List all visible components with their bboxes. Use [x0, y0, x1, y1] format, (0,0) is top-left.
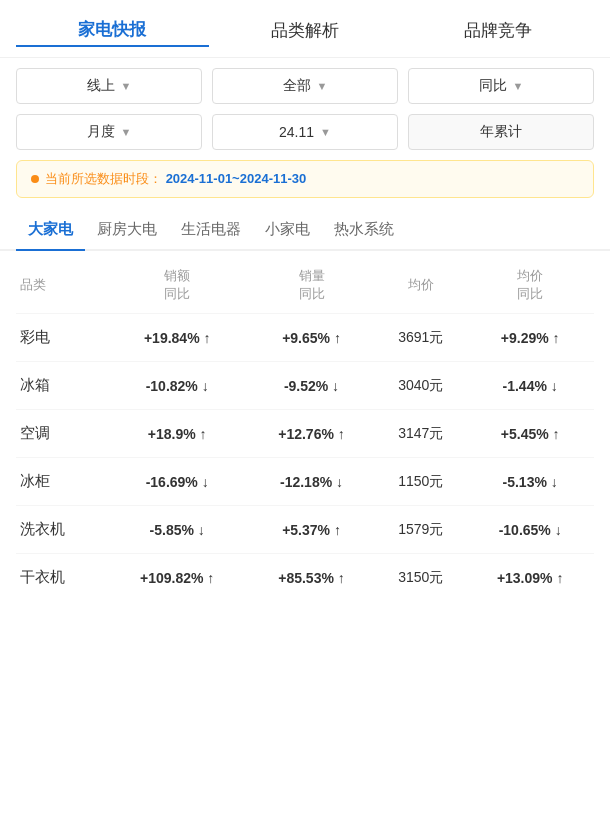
date-banner: 当前所选数据时段： 2024-11-01~2024-11-30 [16, 160, 594, 198]
cell-sales-amount-yoy-xiyiji: -5.85% [107, 506, 248, 554]
table-head: 品类销额 同比销量 同比均价均价 同比 [16, 257, 594, 314]
filter-cumulative: 年累计 [408, 114, 594, 150]
filter-scope[interactable]: 全部▼ [212, 68, 398, 104]
data-table: 品类销额 同比销量 同比均价均价 同比 彩电+19.84%+9.65%3691元… [16, 257, 594, 601]
dropdown-arrow-icon: ▼ [121, 126, 132, 138]
cell-avg-price-binggui: 1150元 [375, 458, 466, 506]
filter-row-1: 线上▼全部▼同比▼ [16, 68, 594, 104]
nav-item-pinlei-jiexi[interactable]: 品类解析 [209, 15, 402, 46]
filter-area: 线上▼全部▼同比▼ 月度▼24.11▼年累计 [0, 58, 610, 150]
cell-category-bingxiang: 冰箱 [16, 362, 107, 410]
cat-tab-shenghuo-dianqi[interactable]: 生活电器 [169, 210, 253, 249]
cell-sales-volume-yoy-caidian: +9.65% [248, 314, 376, 362]
cell-sales-amount-yoy-binggui: -16.69% [107, 458, 248, 506]
cell-sales-amount-yoy-caidian: +19.84% [107, 314, 248, 362]
cell-sales-amount-yoy-ganyiji: +109.82% [107, 554, 248, 602]
cell-sales-volume-yoy-kongtiao: +12.76% [248, 410, 376, 458]
cell-sales-volume-yoy-xiyiji: +5.37% [248, 506, 376, 554]
cell-avg-price-yoy-xiyiji: -10.65% [466, 506, 594, 554]
dropdown-arrow-icon: ▼ [320, 126, 331, 138]
cat-tab-chufang-da[interactable]: 厨房大电 [85, 210, 169, 249]
cell-avg-price-yoy-binggui: -5.13% [466, 458, 594, 506]
cell-sales-volume-yoy-ganyiji: +85.53% [248, 554, 376, 602]
cell-category-ganyiji: 干衣机 [16, 554, 107, 602]
cell-sales-volume-yoy-binggui: -12.18% [248, 458, 376, 506]
cell-avg-price-kongtiao: 3147元 [375, 410, 466, 458]
cell-avg-price-ganyiji: 3150元 [375, 554, 466, 602]
table-wrapper: 品类销额 同比销量 同比均价均价 同比 彩电+19.84%+9.65%3691元… [0, 257, 610, 601]
cell-sales-amount-yoy-kongtiao: +18.9% [107, 410, 248, 458]
dropdown-arrow-icon: ▼ [513, 80, 524, 92]
cell-sales-amount-yoy-bingxiang: -10.82% [107, 362, 248, 410]
table-row-ganyiji: 干衣机+109.82%+85.53%3150元+13.09% [16, 554, 594, 602]
table-row-kongtiao: 空调+18.9%+12.76%3147元+5.45% [16, 410, 594, 458]
cell-avg-price-yoy-caidian: +9.29% [466, 314, 594, 362]
date-banner-prefix: 当前所选数据时段： [45, 171, 162, 186]
col-header-avg-price: 均价 [375, 257, 466, 314]
table-row-xiyiji: 洗衣机-5.85%+5.37%1579元-10.65% [16, 506, 594, 554]
filter-compare[interactable]: 同比▼ [408, 68, 594, 104]
date-banner-dot [31, 175, 39, 183]
date-banner-text: 当前所选数据时段： 2024-11-01~2024-11-30 [45, 170, 306, 188]
nav-item-jiadian-kuaibao[interactable]: 家电快报 [16, 14, 209, 47]
filter-row-2: 月度▼24.11▼年累计 [16, 114, 594, 150]
cell-category-binggui: 冰柜 [16, 458, 107, 506]
date-banner-range: 2024-11-01~2024-11-30 [166, 171, 307, 186]
filter-period-value[interactable]: 24.11▼ [212, 114, 398, 150]
table-body: 彩电+19.84%+9.65%3691元+9.29%冰箱-10.82%-9.52… [16, 314, 594, 602]
cell-avg-price-bingxiang: 3040元 [375, 362, 466, 410]
table-row-binggui: 冰柜-16.69%-12.18%1150元-5.13% [16, 458, 594, 506]
cell-sales-volume-yoy-bingxiang: -9.52% [248, 362, 376, 410]
cat-tab-da-jiadian[interactable]: 大家电 [16, 210, 85, 251]
filter-period-type[interactable]: 月度▼ [16, 114, 202, 150]
col-header-category: 品类 [16, 257, 107, 314]
table-row-caidian: 彩电+19.84%+9.65%3691元+9.29% [16, 314, 594, 362]
col-header-avg-price-yoy: 均价 同比 [466, 257, 594, 314]
header-nav: 家电快报品类解析品牌竞争 [0, 0, 610, 58]
cell-category-kongtiao: 空调 [16, 410, 107, 458]
dropdown-arrow-icon: ▼ [121, 80, 132, 92]
col-header-sales-amount-yoy: 销额 同比 [107, 257, 248, 314]
cell-avg-price-caidian: 3691元 [375, 314, 466, 362]
cell-avg-price-yoy-kongtiao: +5.45% [466, 410, 594, 458]
cell-avg-price-xiyiji: 1579元 [375, 506, 466, 554]
nav-item-pinpai-jingzheng[interactable]: 品牌竞争 [401, 15, 594, 46]
table-row-bingxiang: 冰箱-10.82%-9.52%3040元-1.44% [16, 362, 594, 410]
cell-category-xiyiji: 洗衣机 [16, 506, 107, 554]
col-header-sales-volume-yoy: 销量 同比 [248, 257, 376, 314]
dropdown-arrow-icon: ▼ [317, 80, 328, 92]
cell-category-caidian: 彩电 [16, 314, 107, 362]
cat-tab-reshui-xitong[interactable]: 热水系统 [322, 210, 406, 249]
cell-avg-price-yoy-bingxiang: -1.44% [466, 362, 594, 410]
table-header-row: 品类销额 同比销量 同比均价均价 同比 [16, 257, 594, 314]
cat-tab-xiao-jiadian[interactable]: 小家电 [253, 210, 322, 249]
cell-avg-price-yoy-ganyiji: +13.09% [466, 554, 594, 602]
cat-tabs: 大家电厨房大电生活电器小家电热水系统 [0, 210, 610, 251]
filter-channel[interactable]: 线上▼ [16, 68, 202, 104]
